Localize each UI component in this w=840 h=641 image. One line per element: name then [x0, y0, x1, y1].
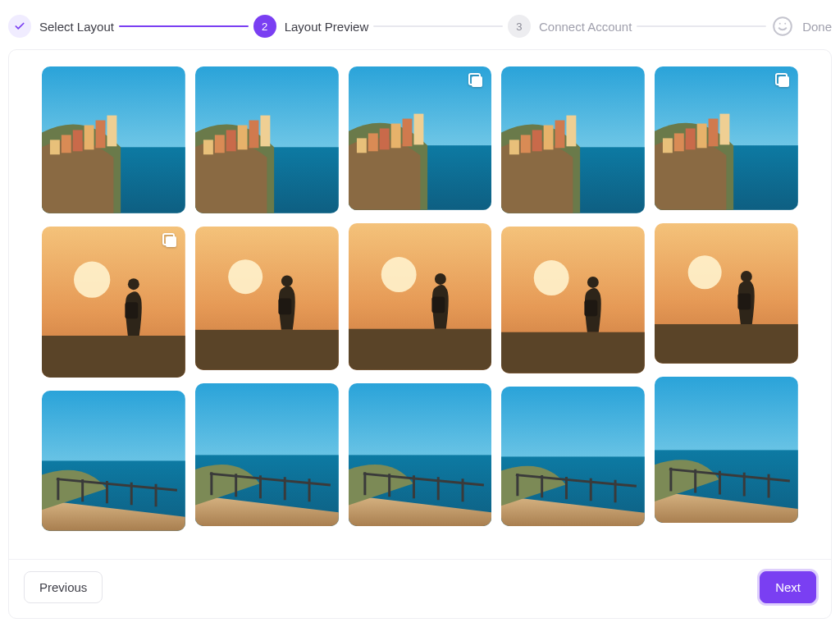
svg-rect-69: [521, 135, 531, 153]
svg-point-96: [688, 255, 722, 289]
smile-icon: [771, 15, 794, 38]
svg-rect-31: [260, 116, 270, 147]
svg-rect-55: [349, 329, 492, 370]
svg-rect-26: [203, 140, 213, 154]
gallery-tile[interactable]: [42, 66, 185, 213]
step-label: Select Layout: [39, 20, 114, 34]
wizard-footer: Previous Next: [9, 559, 831, 618]
svg-rect-78: [585, 300, 598, 316]
svg-rect-90: [674, 133, 684, 151]
gallery-tile[interactable]: [501, 387, 645, 527]
svg-rect-99: [738, 293, 751, 309]
svg-rect-34: [195, 330, 339, 370]
gallery-tile[interactable]: [349, 383, 492, 527]
gallery-tile[interactable]: [655, 377, 798, 524]
svg-rect-9: [96, 121, 106, 149]
step-label: Done: [802, 20, 832, 34]
gallery-tile[interactable]: [655, 66, 798, 210]
carousel-icon: [775, 73, 792, 89]
previous-button[interactable]: Previous: [24, 571, 103, 603]
svg-rect-30: [249, 121, 258, 149]
svg-point-77: [587, 277, 599, 288]
layout-preview-gallery: [42, 66, 798, 544]
step-label: Layout Preview: [285, 20, 369, 34]
check-icon: [8, 15, 31, 38]
svg-rect-89: [663, 138, 673, 153]
gallery-tile[interactable]: [42, 391, 185, 531]
step-done: Done: [771, 15, 832, 38]
svg-rect-73: [567, 116, 577, 147]
step-connect-account[interactable]: 3 Connect Account: [508, 15, 632, 38]
svg-rect-29: [237, 126, 247, 150]
svg-rect-71: [544, 126, 554, 150]
svg-point-33: [228, 259, 262, 294]
svg-point-54: [381, 257, 416, 292]
svg-rect-13: [42, 336, 185, 378]
svg-rect-36: [278, 298, 291, 314]
gallery-tile[interactable]: [195, 66, 339, 213]
svg-point-35: [281, 275, 293, 286]
svg-rect-15: [125, 302, 138, 318]
svg-rect-27: [215, 135, 225, 153]
svg-rect-91: [686, 128, 696, 149]
svg-rect-47: [357, 138, 367, 153]
svg-rect-97: [655, 324, 798, 364]
gallery-tile[interactable]: [42, 227, 185, 378]
svg-point-14: [128, 278, 139, 290]
gallery-tile[interactable]: [195, 383, 339, 527]
gallery-tile[interactable]: [501, 227, 645, 373]
svg-rect-68: [509, 140, 519, 154]
svg-rect-6: [62, 135, 71, 153]
svg-point-56: [435, 273, 446, 285]
svg-rect-92: [697, 124, 707, 149]
svg-rect-48: [368, 133, 377, 151]
svg-rect-94: [720, 114, 730, 145]
svg-point-75: [534, 260, 569, 295]
gallery-tile[interactable]: [349, 66, 492, 210]
gallery-tile[interactable]: [195, 227, 339, 370]
svg-rect-70: [532, 130, 542, 151]
svg-rect-5: [50, 140, 60, 154]
step-select-layout[interactable]: Select Layout: [8, 15, 114, 38]
svg-rect-52: [413, 114, 423, 145]
carousel-icon: [468, 73, 485, 89]
svg-rect-93: [709, 119, 719, 147]
step-number-badge: 2: [253, 15, 276, 38]
gallery-tile[interactable]: [501, 66, 645, 213]
svg-rect-57: [431, 296, 445, 313]
gallery-tile[interactable]: [655, 223, 798, 364]
svg-rect-10: [107, 116, 116, 147]
step-connector: [373, 25, 503, 27]
svg-rect-49: [379, 128, 389, 149]
carousel-icon: [162, 233, 179, 250]
preview-panel: Previous Next: [8, 49, 832, 619]
step-label: Connect Account: [539, 20, 632, 34]
svg-rect-7: [73, 130, 83, 151]
svg-point-0: [774, 17, 792, 35]
svg-rect-8: [84, 126, 94, 150]
gallery-scroll-area[interactable]: [9, 50, 831, 559]
svg-point-12: [74, 261, 110, 297]
next-button[interactable]: Next: [760, 571, 816, 603]
svg-rect-51: [402, 119, 412, 147]
svg-rect-50: [390, 124, 400, 149]
gallery-tile[interactable]: [349, 223, 492, 370]
step-number-badge: 3: [508, 15, 531, 38]
svg-rect-72: [555, 121, 565, 149]
svg-rect-76: [501, 332, 645, 373]
wizard-stepper: Select Layout 2 Layout Preview 3 Connect…: [0, 0, 840, 49]
step-connector: [119, 25, 249, 27]
step-connector: [637, 25, 766, 27]
svg-rect-28: [226, 130, 236, 151]
svg-point-98: [741, 271, 752, 282]
step-layout-preview[interactable]: 2 Layout Preview: [253, 15, 369, 38]
